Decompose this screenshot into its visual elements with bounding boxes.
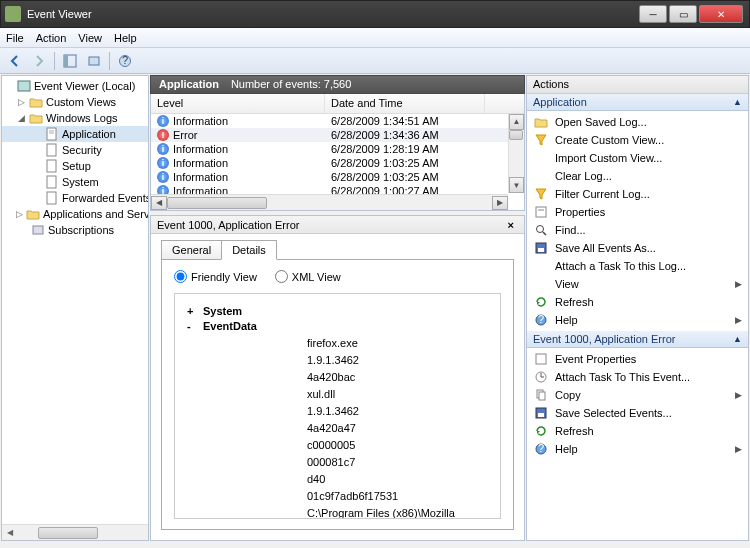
radio-xml-input[interactable]	[275, 270, 288, 283]
action-help[interactable]: ?Help▶	[527, 311, 748, 329]
svg-text:?: ?	[122, 54, 128, 66]
event-row[interactable]: iInformation6/28/2009 1:03:25 AM	[151, 170, 524, 184]
action-create-custom-view[interactable]: Create Custom View...	[527, 131, 748, 149]
tab-general[interactable]: General	[161, 240, 222, 259]
tree-security[interactable]: Security	[2, 142, 148, 158]
actions-group-event[interactable]: Event 1000, Application Error▲	[527, 331, 748, 348]
info-icon: i	[157, 115, 169, 127]
breadcrumb: Application	[159, 78, 219, 90]
svg-rect-5	[18, 81, 30, 91]
task-icon	[533, 369, 549, 385]
detail-close-button[interactable]: ×	[504, 219, 518, 231]
column-level[interactable]: Level	[151, 94, 325, 113]
tree-custom-views[interactable]: ▷Custom Views	[2, 94, 148, 110]
tree-system[interactable]: System	[2, 174, 148, 190]
eventdata-node[interactable]: -EventData	[187, 320, 488, 332]
nav-h-scrollbar[interactable]: ◀	[2, 524, 148, 540]
action-filter-current-log[interactable]: Filter Current Log...	[527, 185, 748, 203]
tree-apps-services[interactable]: ▷Applications and Services Lo	[2, 206, 148, 222]
list-v-scrollbar[interactable]: ▲▼	[508, 114, 524, 193]
chevron-right-icon: ▶	[735, 390, 742, 400]
center-pane: Application Number of events: 7,560 Leve…	[150, 75, 525, 541]
blank-icon	[533, 258, 549, 274]
action-help-2[interactable]: ?Help▶	[527, 440, 748, 458]
menu-view[interactable]: View	[78, 32, 102, 44]
open-icon	[533, 114, 549, 130]
event-row[interactable]: iInformation6/28/2009 1:28:19 AM	[151, 142, 524, 156]
tree-root[interactable]: Event Viewer (Local)	[2, 78, 148, 94]
radio-friendly[interactable]: Friendly View	[174, 270, 257, 283]
action-import-custom-view[interactable]: Import Custom View...	[527, 149, 748, 167]
action-event-properties[interactable]: Event Properties	[527, 350, 748, 368]
tree-setup[interactable]: Setup	[2, 158, 148, 174]
detail-pane: Event 1000, Application Error × General …	[150, 215, 525, 541]
chevron-right-icon: ▶	[735, 279, 742, 289]
toolbar-button-4[interactable]	[83, 51, 105, 71]
action-find[interactable]: Find...	[527, 221, 748, 239]
action-view[interactable]: View▶	[527, 275, 748, 293]
action-copy[interactable]: Copy▶	[527, 386, 748, 404]
menu-action[interactable]: Action	[36, 32, 67, 44]
system-node[interactable]: +System	[187, 305, 488, 317]
error-icon: !	[157, 129, 169, 141]
list-h-scrollbar[interactable]: ◀▶	[151, 194, 508, 210]
log-icon	[45, 143, 59, 157]
action-properties[interactable]: Properties	[527, 203, 748, 221]
event-row[interactable]: iInformation6/28/2009 1:34:51 AM	[151, 114, 524, 128]
chevron-right-icon: ▶	[735, 444, 742, 454]
actions-pane: Actions Application▲ Open Saved Log... C…	[526, 75, 749, 541]
collapse-icon: -	[187, 320, 197, 332]
copy-icon	[533, 387, 549, 403]
svg-point-16	[537, 226, 544, 233]
blank-icon	[533, 276, 549, 292]
event-data-value: 1.9.1.3462	[307, 352, 488, 369]
tree-forwarded[interactable]: Forwarded Events	[2, 190, 148, 206]
event-row[interactable]: !Error6/28/2009 1:34:36 AM	[151, 128, 524, 142]
maximize-button[interactable]: ▭	[669, 5, 697, 23]
action-save-selected[interactable]: Save Selected Events...	[527, 404, 748, 422]
svg-rect-19	[538, 248, 544, 252]
action-attach-task[interactable]: Attach a Task To this Log...	[527, 257, 748, 275]
svg-rect-13	[33, 226, 43, 234]
column-date[interactable]: Date and Time	[325, 94, 485, 113]
filter-icon	[533, 186, 549, 202]
properties-icon	[533, 351, 549, 367]
event-date: 6/28/2009 1:03:25 AM	[325, 157, 485, 169]
action-clear-log[interactable]: Clear Log...	[527, 167, 748, 185]
tree-windows-logs[interactable]: ◢Windows Logs	[2, 110, 148, 126]
blank-icon	[533, 150, 549, 166]
event-row[interactable]: iInformation6/28/2009 1:03:25 AM	[151, 156, 524, 170]
svg-rect-10	[47, 160, 56, 172]
tab-details[interactable]: Details	[221, 240, 277, 260]
minimize-button[interactable]: ─	[639, 5, 667, 23]
event-data-value: 000081c7	[307, 454, 488, 471]
forward-button[interactable]	[28, 51, 50, 71]
tree-subscriptions[interactable]: Subscriptions	[2, 222, 148, 238]
back-button[interactable]	[4, 51, 26, 71]
action-refresh[interactable]: Refresh	[527, 293, 748, 311]
action-attach-event-task[interactable]: Attach Task To This Event...	[527, 368, 748, 386]
app-icon	[5, 6, 21, 22]
tree-application[interactable]: Application	[2, 126, 148, 142]
svg-rect-6	[47, 128, 56, 140]
events-header: Application Number of events: 7,560	[150, 75, 525, 94]
event-level: Error	[173, 129, 197, 141]
search-icon	[533, 222, 549, 238]
log-icon	[45, 175, 59, 189]
event-level: Information	[173, 143, 228, 155]
actions-header: Actions	[527, 76, 748, 94]
action-refresh-2[interactable]: Refresh	[527, 422, 748, 440]
close-button[interactable]: ✕	[699, 5, 743, 23]
show-tree-button[interactable]	[59, 51, 81, 71]
event-data-value: c0000005	[307, 437, 488, 454]
navigation-pane: Event Viewer (Local) ▷Custom Views ◢Wind…	[1, 75, 149, 541]
actions-group-application[interactable]: Application▲	[527, 94, 748, 111]
action-open-saved-log[interactable]: Open Saved Log...	[527, 113, 748, 131]
menu-help[interactable]: Help	[114, 32, 137, 44]
help-button[interactable]: ?	[114, 51, 136, 71]
svg-rect-14	[536, 207, 546, 217]
action-save-all-events[interactable]: Save All Events As...	[527, 239, 748, 257]
radio-friendly-input[interactable]	[174, 270, 187, 283]
menu-file[interactable]: File	[6, 32, 24, 44]
radio-xml[interactable]: XML View	[275, 270, 341, 283]
